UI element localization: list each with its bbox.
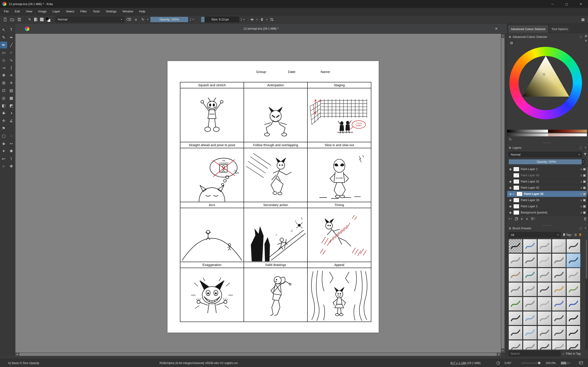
- brush-preset[interactable]: [566, 340, 580, 350]
- tool-freehand-path-icon[interactable]: ∫: [8, 64, 15, 71]
- tool-select-shapes-icon[interactable]: ↖: [0, 26, 7, 33]
- brush-preset[interactable]: [552, 311, 566, 325]
- reload-preset-icon[interactable]: ↻: [140, 17, 146, 22]
- maximize-button[interactable]: ▢: [560, 0, 574, 8]
- inherit-alpha-icon[interactable]: [583, 180, 586, 183]
- brush-preset[interactable]: [509, 311, 522, 325]
- preset-view-menu-icon[interactable]: ☰: [574, 233, 577, 237]
- zoom-slider-knob[interactable]: [538, 361, 541, 365]
- horizontal-scrollbar[interactable]: ◀ ▶: [15, 352, 501, 356]
- layer-blending-dropdown[interactable]: Normal ▾: [509, 152, 582, 157]
- minimize-button[interactable]: ─: [545, 0, 560, 8]
- visibility-icon[interactable]: ◌: [508, 174, 512, 177]
- tool-magnetic-select-icon[interactable]: ⌇: [8, 155, 15, 162]
- layer-list-scrollbar[interactable]: [587, 166, 588, 216]
- saturation-value-triangle[interactable]: [510, 47, 582, 119]
- blending-mode-dropdown[interactable]: Normal ▾: [55, 17, 124, 23]
- preset-grid-scrollbar[interactable]: [586, 239, 587, 350]
- close-docker-icon[interactable]: ✕: [584, 226, 587, 230]
- inherit-alpha-icon[interactable]: [583, 193, 586, 195]
- save-icon[interactable]: [17, 17, 22, 22]
- brush-preset[interactable]: [509, 340, 522, 350]
- opacity-slider[interactable]: Opacity: 100%: [150, 17, 188, 23]
- vertical-scroll-thumb[interactable]: [501, 38, 504, 348]
- brush-preset[interactable]: [552, 282, 566, 296]
- brush-preset[interactable]: [566, 311, 580, 325]
- brush-preset[interactable]: [523, 326, 537, 340]
- float-docker-icon[interactable]: ▢: [579, 35, 582, 38]
- shade-strip-tint[interactable]: [548, 133, 587, 136]
- tab-tool-options[interactable]: Tool Options: [549, 25, 571, 33]
- brush-preset[interactable]: [537, 297, 552, 311]
- zoom-value[interactable]: 100.0%: [545, 359, 556, 367]
- grid-icon[interactable]: ▦: [585, 34, 587, 37]
- alpha-lock-icon[interactable]: α: [581, 205, 582, 208]
- tool-ellipse-icon[interactable]: ○: [8, 49, 15, 56]
- move-layer-down-button[interactable]: ∨: [521, 217, 523, 221]
- layer-row[interactable]: ◉Paint Layer 32α: [507, 185, 587, 191]
- layer-filter-icon[interactable]: [583, 153, 587, 156]
- pattern-chooser-icon[interactable]: [40, 17, 44, 22]
- layer-row[interactable]: ◉Paint Layer 31α: [507, 179, 587, 185]
- inherit-alpha-icon[interactable]: [583, 211, 586, 214]
- visibility-icon[interactable]: ◉: [508, 192, 512, 196]
- filter-in-tag-checkbox[interactable]: ✓ Filter in Tag: [562, 352, 581, 356]
- brush-preset[interactable]: [552, 239, 566, 253]
- tool-rectangle-icon[interactable]: ▭: [0, 49, 7, 56]
- brush-preset[interactable]: [566, 239, 580, 253]
- size-slider[interactable]: Size: 5.13 px: [201, 17, 239, 23]
- brush-preset[interactable]: [523, 340, 537, 350]
- close-docker-icon[interactable]: ✕: [584, 146, 587, 149]
- layer-row[interactable]: ◉✓Paint Layer 33α: [507, 191, 587, 197]
- tool-move-icon[interactable]: ✛: [8, 79, 15, 86]
- menu-file[interactable]: File: [1, 8, 12, 15]
- tool-dynamic-brush-icon[interactable]: ❋: [0, 72, 7, 79]
- brush-preset[interactable]: [552, 297, 566, 311]
- zoom-slider[interactable]: [521, 363, 541, 364]
- tool-color-sampler-icon[interactable]: ◎: [0, 95, 7, 101]
- tag-button[interactable]: Tag ▾: [563, 233, 572, 236]
- mirror-horizontal-icon[interactable]: [249, 17, 255, 22]
- scroll-up-icon[interactable]: ▲: [501, 34, 505, 37]
- tool-assistants-icon[interactable]: ✢: [0, 117, 7, 124]
- close-document-icon[interactable]: ✕: [493, 26, 499, 32]
- brush-preset[interactable]: [523, 268, 537, 282]
- tool-enclose-fill-icon[interactable]: ◩: [8, 102, 15, 109]
- preset-detail-icon[interactable]: [579, 233, 582, 236]
- layer-row[interactable]: ◉Paint Layer 33α: [507, 197, 587, 203]
- duplicate-layer-button[interactable]: [515, 217, 518, 221]
- opacity-spinner[interactable]: ▴▾: [190, 18, 191, 21]
- menu-help[interactable]: Help: [136, 8, 148, 15]
- canvas-only-mode-icon[interactable]: [579, 361, 583, 365]
- brush-preset[interactable]: [537, 282, 552, 296]
- workspace-chooser-icon[interactable]: ▦: [580, 17, 586, 22]
- brush-preset[interactable]: [566, 253, 580, 267]
- tool-transform-icon[interactable]: ⊞: [0, 79, 7, 86]
- brush-preset[interactable]: [552, 326, 566, 340]
- chevron-down-icon[interactable]: ▾: [192, 18, 194, 21]
- brush-preset[interactable]: [523, 282, 537, 296]
- tool-polygon-select-icon[interactable]: ◈: [0, 140, 7, 147]
- close-button[interactable]: ✕: [574, 0, 588, 8]
- chevron-down-icon[interactable]: ▾: [243, 18, 244, 21]
- tool-bezier-curve-icon[interactable]: ↝: [0, 64, 7, 71]
- brush-preset[interactable]: [523, 297, 537, 311]
- brush-preset[interactable]: [523, 311, 537, 325]
- docker-splitter-handle[interactable]: •••••: [507, 142, 588, 144]
- brush-preset[interactable]: [523, 239, 537, 253]
- brush-preset[interactable]: [537, 340, 552, 350]
- brush-preset[interactable]: [537, 253, 552, 267]
- edit-brush-settings-icon[interactable]: ✎: [27, 17, 32, 22]
- brush-preset[interactable]: [552, 340, 566, 350]
- layer-row[interactable]: ◌Paint Layer 30α: [507, 172, 587, 179]
- tool-polygon-icon[interactable]: ◇: [0, 57, 7, 64]
- brush-preset[interactable]: [509, 239, 522, 253]
- fg-bg-color-swatch[interactable]: [45, 17, 51, 22]
- alpha-lock-icon[interactable]: α: [581, 180, 582, 183]
- tool-reference-images-icon[interactable]: ⚑: [0, 125, 7, 132]
- layer-properties-button[interactable]: ☰▾: [531, 217, 535, 221]
- alpha-lock-icon[interactable]: α: [581, 211, 582, 214]
- brush-preset[interactable]: [566, 297, 580, 311]
- layer-opacity-spinner[interactable]: ▴▾: [583, 160, 584, 163]
- tool-line-icon[interactable]: ╱: [8, 42, 15, 49]
